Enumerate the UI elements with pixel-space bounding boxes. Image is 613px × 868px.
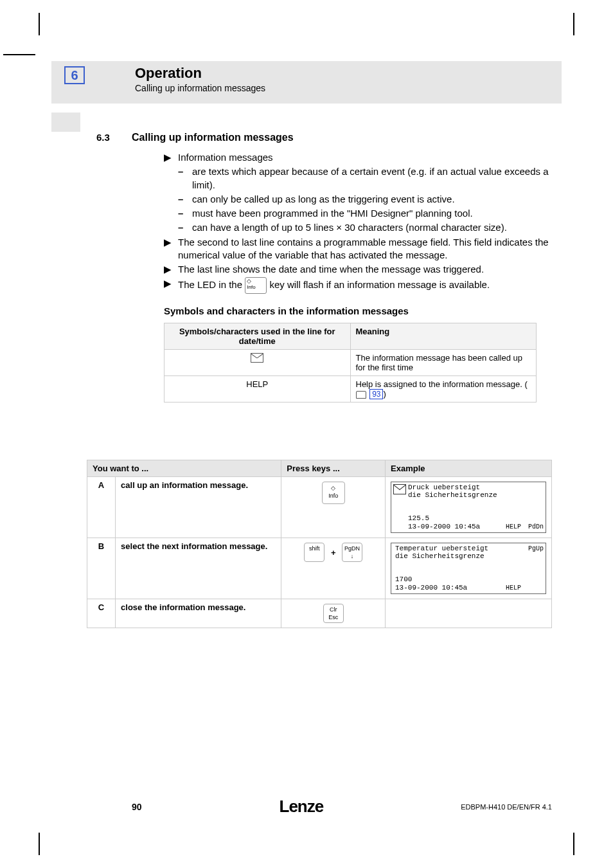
table-cell <box>164 350 351 376</box>
table-header: Press keys ... <box>281 460 386 477</box>
bullet-text: can have a length of up to 5 lines × 30 … <box>192 221 507 234</box>
lcd-line: 125.5 <box>408 514 429 522</box>
table-header: Example <box>386 460 552 477</box>
chapter-title: Operation <box>135 65 265 82</box>
lenze-logo: Lenze <box>280 797 324 817</box>
shift-key-icon: shift <box>304 543 324 562</box>
step-action: select the next information message. <box>116 538 281 599</box>
table-cell: Help is assigned to the information mess… <box>350 376 537 402</box>
lcd-line: 13-09-2000 10:45a <box>395 584 467 592</box>
envelope-icon <box>393 484 406 494</box>
bullet-text: Information messages <box>178 151 273 164</box>
step-keys: ◇Info <box>281 477 386 538</box>
crop-mark <box>39 13 40 35</box>
lcd-line: 1700 <box>395 575 412 583</box>
steps-section: You want to ... Press keys ... Example A… <box>87 460 552 628</box>
bullet-text: are texts which appear because of a cert… <box>192 165 552 192</box>
lcd-corner: PdDn <box>528 523 544 530</box>
content-area: 6.3 Calling up information messages ▶Inf… <box>132 132 552 402</box>
step-id: C <box>87 599 116 628</box>
chapter-subtitle: Calling up information messages <box>135 83 265 93</box>
lcd-display: Druck uebersteigt die Sicherheitsgrenze … <box>391 482 546 533</box>
dash-icon: – <box>178 221 186 234</box>
clr-esc-key-icon: ClrEsc <box>323 604 344 623</box>
lcd-line: Temperatur uebersteigt <box>395 545 488 552</box>
subheading: Symbols and characters in the informatio… <box>164 305 552 316</box>
bullet-text: The LED in the ◇Info key will flash if a… <box>178 277 490 294</box>
crop-mark <box>573 833 574 855</box>
lcd-line: die Sicherheitsgrenze <box>395 552 484 560</box>
section-number: 6.3 <box>96 132 132 143</box>
lcd-display: Temperatur uebersteigt die Sicherheitsgr… <box>391 543 546 594</box>
table-header: You want to ... <box>87 460 281 477</box>
dash-icon: – <box>178 207 186 220</box>
page-footer: 90 Lenze EDBPM-H410 DE/EN/FR 4.1 <box>132 797 552 817</box>
table-header: Meaning <box>350 323 537 350</box>
pgdn-key-icon: PgDN↓ <box>342 543 362 562</box>
crop-mark <box>39 833 40 855</box>
triangle-icon: ▶ <box>164 236 172 262</box>
lcd-corner: PgUp <box>528 545 544 552</box>
side-tab <box>51 113 80 132</box>
lcd-line: 13-09-2000 10:45a <box>408 523 480 530</box>
step-example: Druck uebersteigt die Sicherheitsgrenze … <box>386 477 552 538</box>
chapter-number[interactable]: 6 <box>64 66 85 84</box>
plus-icon: + <box>331 548 336 557</box>
triangle-icon: ▶ <box>164 151 172 164</box>
info-key-icon: ◇Info <box>245 277 267 294</box>
steps-table: You want to ... Press keys ... Example A… <box>87 460 552 628</box>
step-id: B <box>87 538 116 599</box>
table-cell: HELP <box>164 376 351 402</box>
envelope-icon <box>251 353 263 363</box>
dash-icon: – <box>178 165 186 192</box>
info-key-icon: ◇Info <box>322 482 345 504</box>
bullet-text: The last line shows the date and time wh… <box>178 263 484 276</box>
triangle-icon: ▶ <box>164 277 172 294</box>
lcd-line: die Sicherheitsgrenze <box>408 491 497 499</box>
step-example <box>386 599 552 628</box>
triangle-icon: ▶ <box>164 263 172 276</box>
table-cell: The information message has been called … <box>350 350 537 376</box>
symbols-table: Symbols/characters used in the line for … <box>164 323 537 402</box>
table-header: Symbols/characters used in the line for … <box>164 323 351 350</box>
bullet-list: ▶Information messages –are texts which a… <box>164 151 552 294</box>
bullet-text: must have been programmed in the "HMI De… <box>192 207 473 220</box>
page-header: 6 Operation Calling up information messa… <box>51 61 562 104</box>
step-keys: shift + PgDN↓ <box>281 538 386 599</box>
step-action: close the information message. <box>116 599 281 628</box>
step-example: Temperatur uebersteigt die Sicherheitsgr… <box>386 538 552 599</box>
lcd-help: HELP <box>506 523 521 530</box>
step-action: call up an information message. <box>116 477 281 538</box>
crop-mark <box>3 54 35 55</box>
lcd-help: HELP <box>506 584 521 592</box>
book-icon <box>356 391 366 399</box>
bullet-text: The second to last line contains a progr… <box>178 236 552 262</box>
page-number: 90 <box>132 802 142 812</box>
document-id: EDBPM-H410 DE/EN/FR 4.1 <box>461 803 552 811</box>
crop-mark <box>573 13 574 35</box>
step-id: A <box>87 477 116 538</box>
section-title: Calling up information messages <box>132 132 294 143</box>
dash-icon: – <box>178 193 186 206</box>
bullet-text: can only be called up as long as the tri… <box>192 193 455 206</box>
lcd-line: Druck uebersteigt <box>408 484 480 491</box>
page-link[interactable]: 93 <box>369 389 383 399</box>
step-keys: ClrEsc <box>281 599 386 628</box>
